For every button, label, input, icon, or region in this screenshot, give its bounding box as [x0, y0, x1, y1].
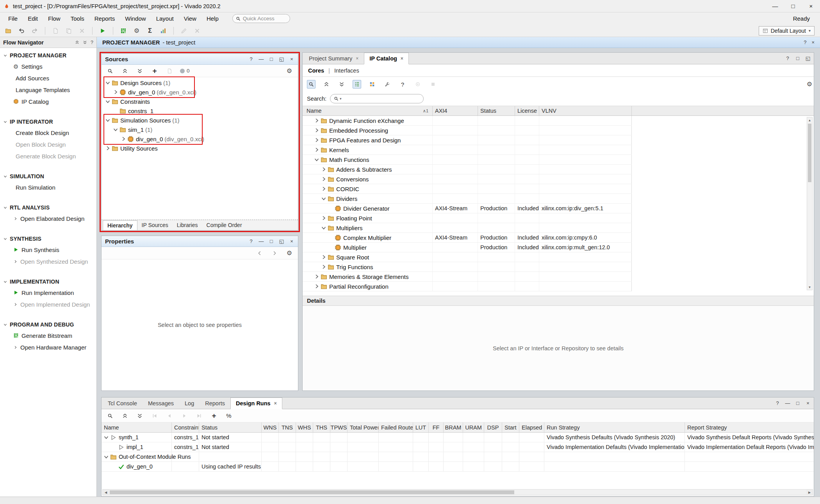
flow-section-synthesis[interactable]: SYNTHESIS	[0, 234, 96, 244]
chevron-right-icon[interactable]	[120, 136, 127, 142]
tree-row-design-sources[interactable]: Design Sources (1)	[102, 78, 298, 87]
sigma-icon[interactable]: Σ	[146, 27, 154, 35]
column-header[interactable]: TNS	[279, 422, 296, 432]
menu-layout[interactable]: Layout	[151, 12, 179, 25]
column-header[interactable]: Start	[502, 422, 519, 432]
run-row-div-gen-0[interactable]: div_gen_0 Using cached IP results	[102, 462, 814, 472]
run-step-icon[interactable]	[180, 412, 189, 420]
bitstream-icon[interactable]	[119, 27, 128, 35]
sidebar-item-generate-bitstream[interactable]: Generate Bitstream	[0, 330, 96, 341]
tree-row-simulation-sources[interactable]: Simulation Sources (1)	[102, 115, 298, 125]
close-icon[interactable]: ×	[274, 401, 277, 406]
target-icon[interactable]	[414, 80, 422, 89]
chevron-right-icon[interactable]	[105, 145, 111, 151]
search-icon[interactable]	[106, 67, 114, 75]
sidebar-item-open-synthesized-design[interactable]: Open Synthesized Design	[0, 256, 96, 267]
add-sources-button[interactable]: +	[150, 67, 159, 75]
column-header-status[interactable]: Status	[478, 106, 515, 115]
expand-all-icon[interactable]	[135, 412, 144, 420]
scroll-down-icon[interactable]: ▼	[808, 284, 811, 290]
tab-project-summary[interactable]: Project Summary ×	[303, 53, 364, 64]
properties-panel-header[interactable]: Properties ? — □ ◱ ×	[102, 236, 298, 247]
copy-icon[interactable]	[64, 27, 73, 35]
run-row-ooc-module-runs[interactable]: Out-of-Context Module Runs	[102, 452, 814, 462]
menu-flow[interactable]: Flow	[43, 12, 66, 25]
tab-ip-catalog[interactable]: IP Catalog ×	[364, 53, 409, 64]
layout-selector[interactable]: Default Layout ▾	[759, 26, 815, 35]
scrollbar-thumb[interactable]	[110, 490, 514, 494]
minimize-icon[interactable]: —	[258, 57, 264, 62]
ip-core-row-complex-multiplier[interactable]: Complex Multiplier AXI4-Stream Productio…	[303, 233, 632, 243]
collapse-all-icon[interactable]	[121, 67, 129, 75]
flow-section-program-and-debug[interactable]: PROGRAM AND DEBUG	[0, 319, 96, 330]
minimize-icon[interactable]: —	[258, 239, 264, 244]
open-file-icon[interactable]	[165, 67, 174, 75]
column-header[interactable]: WHS	[296, 422, 313, 432]
run-row-impl-1[interactable]: impl_1 constrs_1 Not started Vivado Impl…	[102, 442, 814, 452]
scrollbar-thumb[interactable]	[808, 124, 811, 182]
flow-section-project-manager[interactable]: PROJECT MANAGER	[0, 50, 96, 60]
ip-search-input[interactable]	[343, 96, 423, 102]
chevron-right-icon[interactable]	[112, 89, 119, 95]
help-icon[interactable]: ?	[775, 401, 780, 406]
column-header[interactable]: TPWS	[330, 422, 348, 432]
sources-panel-header[interactable]: Sources ? — □ ◱ ×	[102, 54, 298, 65]
sidebar-item-ip-catalog[interactable]: IP Catalog	[0, 96, 96, 107]
chevron-right-icon[interactable]	[321, 186, 327, 192]
cancel-icon[interactable]	[193, 27, 201, 35]
column-header[interactable]: DSP	[484, 422, 502, 432]
float-icon[interactable]: □	[269, 239, 274, 244]
step-first-icon[interactable]	[150, 412, 159, 420]
chevron-right-icon[interactable]	[321, 254, 327, 260]
sidebar-item-open-hardware-manager[interactable]: Open Hardware Manager	[0, 341, 96, 353]
menu-tools[interactable]: Tools	[66, 12, 89, 25]
maximize-icon[interactable]: ◱	[279, 57, 284, 62]
scroll-right-icon[interactable]: ▶	[806, 490, 813, 495]
column-header[interactable]: Failed Routes	[379, 422, 413, 432]
chevron-right-icon[interactable]	[314, 273, 320, 280]
sidebar-item-run-implementation[interactable]: Run Implementation	[0, 287, 96, 298]
menu-edit[interactable]: Edit	[23, 12, 43, 25]
window-minimize-button[interactable]: —	[766, 0, 784, 12]
chevron-right-icon[interactable]	[321, 215, 327, 221]
help-icon[interactable]: ?	[248, 239, 254, 244]
tab-hierarchy[interactable]: Hierarchy	[103, 220, 137, 230]
collapse-all-icon[interactable]	[322, 80, 331, 89]
ip-category-row[interactable]: Conversions	[303, 174, 632, 184]
help-icon[interactable]: ?	[398, 80, 407, 89]
close-icon[interactable]: ×	[811, 39, 815, 45]
create-runs-button[interactable]: +	[210, 412, 218, 420]
document-icon[interactable]	[51, 27, 60, 35]
percent-icon[interactable]: %	[225, 412, 233, 420]
chevron-right-icon[interactable]	[314, 283, 320, 289]
column-header[interactable]: Constraints	[172, 422, 199, 432]
tab-ip-sources[interactable]: IP Sources	[137, 220, 173, 230]
horizontal-scrollbar[interactable]: ◀ ▶	[102, 489, 813, 495]
chevron-down-icon[interactable]	[321, 195, 327, 202]
back-arrow-icon[interactable]	[255, 249, 264, 257]
column-header[interactable]: LUT	[413, 422, 429, 432]
menu-reports[interactable]: Reports	[89, 12, 120, 25]
sidebar-item-generate-block-design[interactable]: Generate Block Design	[0, 150, 96, 162]
sidebar-item-run-synthesis[interactable]: Run Synthesis	[0, 244, 96, 256]
quick-access-input[interactable]	[243, 16, 282, 21]
run-icon[interactable]	[98, 27, 107, 35]
scrollbar-track[interactable]	[109, 490, 806, 495]
tree-row-constraints[interactable]: Constraints	[102, 97, 298, 106]
step-last-icon[interactable]	[195, 412, 203, 420]
menu-file[interactable]: File	[3, 12, 23, 25]
minimize-icon[interactable]: —	[785, 401, 790, 406]
run-row-synth-1[interactable]: synth_1 constrs_1 Not started Vivado Syn…	[102, 433, 814, 442]
tab-messages[interactable]: Messages	[143, 398, 179, 409]
chevron-down-icon[interactable]	[314, 156, 320, 163]
sidebar-item-add-sources[interactable]: Add Sources	[0, 72, 96, 84]
help-icon[interactable]: ?	[248, 57, 254, 62]
ip-category-row[interactable]: Math Functions	[303, 155, 632, 165]
search-icon[interactable]	[307, 80, 316, 89]
flow-section-ip-integrator[interactable]: IP INTEGRATOR	[0, 117, 96, 127]
expand-all-icon[interactable]	[135, 67, 144, 75]
chevron-down-icon[interactable]	[105, 80, 111, 86]
ip-core-row-multiplier[interactable]: Multiplier Production Included xilinx.co…	[303, 243, 632, 252]
ip-category-row[interactable]: Dynamic Function eXchange	[303, 116, 632, 126]
chevron-right-icon[interactable]	[321, 176, 327, 182]
